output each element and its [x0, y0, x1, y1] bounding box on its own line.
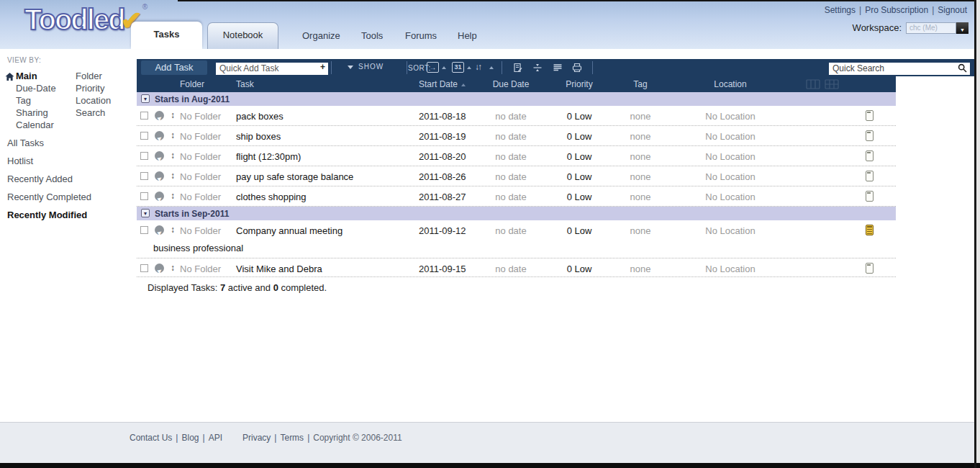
task-location[interactable]: No Location: [684, 171, 777, 182]
workspace-select[interactable]: chc (Me): [906, 22, 956, 34]
task-location[interactable]: No Location: [684, 131, 777, 142]
task-folder[interactable]: No Folder: [180, 264, 221, 274]
reorder-icon[interactable]: ↕: [171, 150, 175, 161]
tab-notebook[interactable]: Notebook: [207, 22, 278, 49]
sidebar-item-folder[interactable]: Folder: [76, 71, 102, 81]
go-arrow-icon[interactable]: ▶: [155, 111, 164, 120]
settings-link[interactable]: Settings: [825, 5, 856, 15]
task-due-date[interactable]: no date: [468, 111, 554, 122]
reorder-icon[interactable]: ↕: [171, 225, 175, 235]
sidebar-item-sharing[interactable]: Sharing: [16, 107, 48, 118]
col-folder[interactable]: Folder: [180, 79, 204, 89]
task-tag[interactable]: none: [608, 151, 673, 162]
task-folder[interactable]: No Folder: [180, 111, 221, 122]
task-start-date[interactable]: 2011-08-20: [419, 151, 466, 162]
collapse-icon[interactable]: ▾: [141, 94, 150, 103]
task-priority[interactable]: 0 Low: [547, 131, 612, 142]
sort-asc-icon[interactable]: [467, 66, 471, 69]
task-start-date[interactable]: 2011-08-19: [419, 131, 466, 142]
sort-asc-icon[interactable]: [442, 66, 446, 69]
sidebar-item-main[interactable]: Main: [16, 71, 37, 81]
note-icon[interactable]: [866, 225, 874, 235]
go-arrow-icon[interactable]: ▶: [155, 151, 164, 161]
reorder-icon[interactable]: ↕: [171, 263, 175, 273]
task-title[interactable]: ship boxes: [236, 131, 281, 142]
col-start-date[interactable]: Start Date: [419, 79, 466, 89]
task-checkbox[interactable]: [140, 264, 148, 272]
note-icon[interactable]: [866, 263, 874, 274]
sort-priority-icon[interactable]: ↓↑: [475, 62, 481, 72]
reorder-icon[interactable]: ↕: [171, 191, 175, 201]
col-task[interactable]: Task: [236, 79, 254, 89]
go-arrow-icon[interactable]: ▶: [155, 264, 164, 273]
signout-link[interactable]: Signout: [938, 5, 967, 15]
quick-search-input[interactable]: [829, 63, 970, 75]
note-icon[interactable]: [866, 110, 874, 121]
task-location[interactable]: No Location: [684, 192, 777, 202]
task-priority[interactable]: 0 Low: [547, 225, 612, 236]
reorder-icon[interactable]: ↕: [171, 171, 175, 181]
sidebar-item-all-tasks[interactable]: All Tasks: [7, 138, 44, 148]
sidebar-item-recently-completed[interactable]: Recently Completed: [7, 192, 91, 202]
task-due-date[interactable]: no date: [468, 151, 554, 162]
task-location[interactable]: No Location: [684, 264, 777, 274]
sidebar-item-recently-modified[interactable]: Recently Modified: [7, 210, 87, 220]
sidebar-item-priority[interactable]: Priority: [76, 83, 104, 94]
note-icon[interactable]: [866, 191, 874, 202]
task-tag[interactable]: none: [608, 225, 673, 236]
task-checkbox[interactable]: [140, 192, 148, 200]
workspace-dropdown-button[interactable]: ▼: [956, 22, 968, 34]
task-start-date[interactable]: 2011-08-27: [419, 192, 466, 202]
show-menu-button[interactable]: SHOW: [348, 63, 384, 71]
sidebar-item-due-date[interactable]: Due-Date: [16, 83, 56, 94]
print-icon[interactable]: [571, 62, 583, 73]
task-tag[interactable]: none: [608, 192, 673, 202]
api-link[interactable]: API: [209, 433, 222, 443]
search-icon[interactable]: [958, 63, 967, 76]
task-checkbox[interactable]: [140, 226, 148, 234]
reorder-icon[interactable]: ↕: [171, 130, 175, 140]
note-icon[interactable]: [866, 171, 874, 181]
nav-tools[interactable]: Tools: [361, 30, 383, 41]
nav-help[interactable]: Help: [458, 30, 477, 41]
quick-add-input[interactable]: [216, 63, 328, 75]
task-tag[interactable]: none: [608, 111, 673, 122]
multiline-view-icon[interactable]: [552, 62, 563, 73]
reorder-icon[interactable]: ↕: [171, 110, 175, 120]
task-priority[interactable]: 0 Low: [547, 192, 612, 202]
notes-view-icon[interactable]: [512, 62, 523, 73]
task-tag[interactable]: none: [608, 171, 673, 182]
note-icon[interactable]: [866, 130, 874, 141]
tab-tasks[interactable]: Tasks: [131, 22, 202, 49]
sidebar-item-search[interactable]: Search: [76, 107, 105, 118]
col-priority[interactable]: Priority: [547, 79, 612, 89]
task-tag[interactable]: none: [608, 131, 673, 142]
add-task-button[interactable]: Add Task: [141, 60, 207, 75]
task-checkbox[interactable]: [140, 132, 148, 140]
task-priority[interactable]: 0 Low: [547, 171, 612, 182]
task-folder[interactable]: No Folder: [180, 151, 221, 162]
col-due-date[interactable]: Due Date: [468, 79, 554, 89]
task-priority[interactable]: 0 Low: [547, 151, 612, 162]
task-due-date[interactable]: no date: [468, 264, 554, 274]
contact-us-link[interactable]: Contact Us: [130, 433, 172, 443]
task-priority[interactable]: 0 Low: [547, 111, 612, 122]
task-start-date[interactable]: 2011-08-26: [419, 171, 466, 182]
task-folder[interactable]: No Folder: [180, 131, 221, 142]
task-due-date[interactable]: no date: [468, 171, 554, 182]
pro-subscription-link[interactable]: Pro Subscription: [865, 5, 928, 15]
note-icon[interactable]: [866, 150, 874, 161]
task-start-date[interactable]: 2011-08-18: [419, 111, 466, 122]
task-title[interactable]: Visit Mike and Debra: [236, 264, 322, 274]
task-title[interactable]: Company annual meeting: [236, 225, 342, 236]
task-title[interactable]: clothes shopping: [236, 192, 307, 202]
col-tag[interactable]: Tag: [608, 79, 673, 89]
task-folder[interactable]: No Folder: [180, 171, 221, 182]
task-due-date[interactable]: no date: [468, 225, 554, 236]
sidebar-item-tag[interactable]: Tag: [16, 95, 31, 106]
task-title[interactable]: pack boxes: [236, 111, 283, 122]
task-title[interactable]: flight (12:30pm): [236, 151, 301, 162]
task-title[interactable]: pay up safe storage balance: [236, 171, 353, 182]
task-due-date[interactable]: no date: [468, 131, 554, 142]
go-arrow-icon[interactable]: ▶: [155, 192, 164, 201]
